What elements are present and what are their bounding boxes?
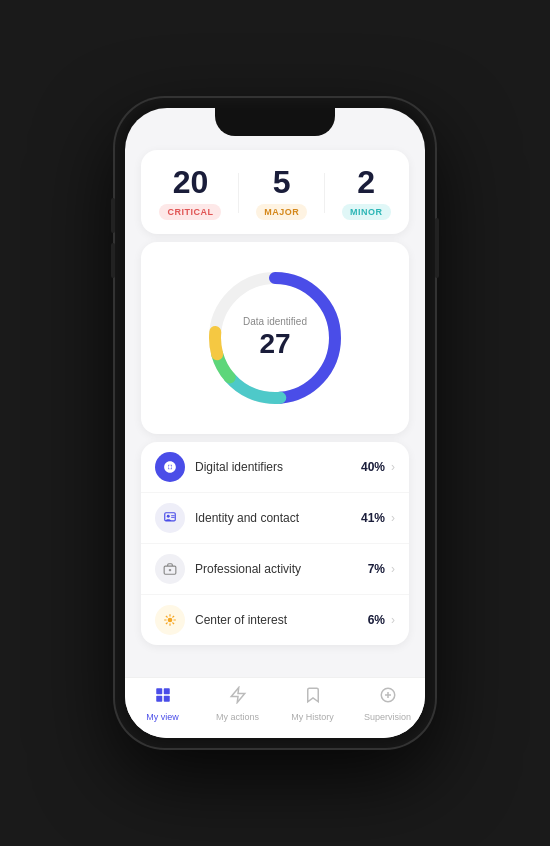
category-percent-interest: 6%	[368, 613, 385, 627]
chart-label: Data identified	[243, 316, 307, 327]
minor-badge: MINOR	[342, 204, 391, 220]
svg-rect-23	[156, 696, 162, 702]
nav-label-myactions: My actions	[216, 712, 259, 722]
svg-line-18	[172, 622, 174, 624]
phone-frame: 20 CRITICAL 5 MAJOR 2 MINOR	[115, 98, 435, 748]
chevron-icon: ›	[391, 460, 395, 474]
category-list: Digital identifiers 40% › Identity and c…	[141, 442, 409, 645]
category-name-digital: Digital identifiers	[195, 460, 361, 474]
minor-number: 2	[357, 166, 375, 198]
chevron-icon: ›	[391, 562, 395, 576]
stat-critical: 20 CRITICAL	[159, 166, 221, 220]
list-item[interactable]: Professional activity 7% ›	[141, 544, 409, 595]
plus-circle-icon	[379, 686, 397, 709]
list-item[interactable]: Center of interest 6% ›	[141, 595, 409, 645]
category-icon-professional	[155, 554, 185, 584]
phone-screen: 20 CRITICAL 5 MAJOR 2 MINOR	[125, 108, 425, 738]
chevron-icon: ›	[391, 613, 395, 627]
svg-rect-24	[163, 696, 169, 702]
screen-content: 20 CRITICAL 5 MAJOR 2 MINOR	[125, 108, 425, 677]
svg-rect-21	[156, 688, 162, 694]
nav-label-myview: My view	[146, 712, 179, 722]
notch	[215, 108, 335, 136]
svg-line-17	[166, 616, 168, 618]
category-percent-identity: 41%	[361, 511, 385, 525]
donut-center: Data identified 27	[243, 316, 307, 361]
stat-minor: 2 MINOR	[342, 166, 391, 220]
nav-item-supervision[interactable]: Supervision	[350, 686, 425, 722]
nav-item-myview[interactable]: My view	[125, 686, 200, 722]
svg-rect-22	[163, 688, 169, 694]
svg-point-12	[168, 618, 173, 623]
critical-badge: CRITICAL	[159, 204, 221, 220]
lightning-icon	[229, 686, 247, 709]
nav-item-myhistory[interactable]: My History	[275, 686, 350, 722]
vol-down-button	[111, 243, 115, 278]
critical-number: 20	[173, 166, 209, 198]
nav-label-myhistory: My History	[291, 712, 334, 722]
donut-chart: Data identified 27	[195, 258, 355, 418]
stats-card: 20 CRITICAL 5 MAJOR 2 MINOR	[141, 150, 409, 234]
bookmark-icon	[304, 686, 322, 709]
chevron-icon: ›	[391, 511, 395, 525]
category-name-identity: Identity and contact	[195, 511, 361, 525]
stat-major: 5 MAJOR	[256, 166, 307, 220]
category-name-interest: Center of interest	[195, 613, 368, 627]
svg-point-7	[167, 515, 170, 518]
divider-1	[238, 173, 239, 213]
major-badge: MAJOR	[256, 204, 307, 220]
power-button	[435, 218, 439, 278]
list-item[interactable]: Digital identifiers 40% ›	[141, 442, 409, 493]
svg-point-5	[168, 465, 172, 469]
list-item[interactable]: Identity and contact 41% ›	[141, 493, 409, 544]
category-icon-digital	[155, 452, 185, 482]
nav-item-myactions[interactable]: My actions	[200, 686, 275, 722]
nav-label-supervision: Supervision	[364, 712, 411, 722]
divider-2	[324, 173, 325, 213]
category-percent-professional: 7%	[368, 562, 385, 576]
category-icon-interest	[155, 605, 185, 635]
category-name-professional: Professional activity	[195, 562, 368, 576]
major-number: 5	[273, 166, 291, 198]
svg-line-20	[172, 616, 174, 618]
category-icon-identity	[155, 503, 185, 533]
bottom-nav: My view My actions My History Supervisio…	[125, 677, 425, 738]
category-percent-digital: 40%	[361, 460, 385, 474]
chart-section: Data identified 27	[141, 242, 409, 434]
chart-value: 27	[243, 327, 307, 361]
grid-icon	[154, 686, 172, 709]
svg-line-19	[166, 622, 168, 624]
vol-up-button	[111, 198, 115, 233]
